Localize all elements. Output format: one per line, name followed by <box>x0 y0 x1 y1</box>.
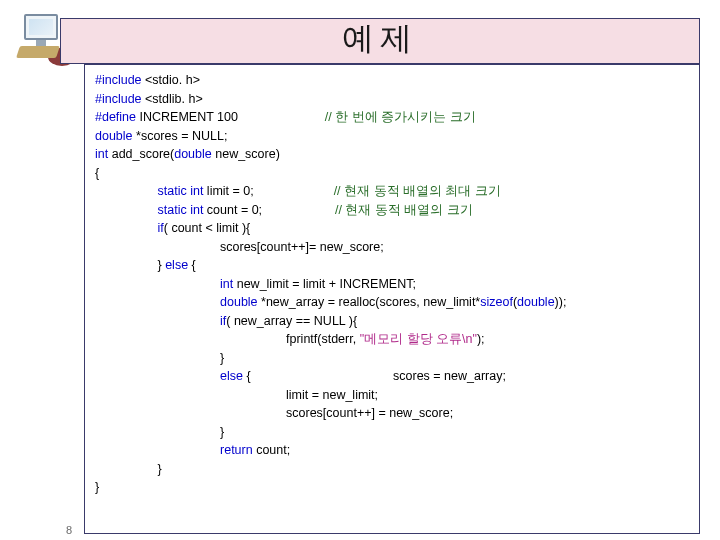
code-keyword: #define <box>95 110 136 124</box>
code-keyword: double <box>220 295 258 309</box>
code-text: scores[count++]= new_score; <box>220 240 384 254</box>
code-keyword: sizeof <box>480 295 513 309</box>
code-text: { <box>95 166 99 180</box>
code-comment: // 한 번에 증가시키는 크기 <box>325 110 476 124</box>
code-text: add_score( <box>108 147 174 161</box>
code-text: } <box>158 462 162 476</box>
monitor-icon <box>24 14 58 40</box>
code-text: } <box>95 480 99 494</box>
code-keyword: double <box>95 129 133 143</box>
code-comment: // 현재 동적 배열의 크기 <box>335 203 473 217</box>
code-keyword: #include <box>95 92 142 106</box>
code-block: #include <stdio. h> #include <stdlib. h>… <box>95 71 689 497</box>
code-keyword: static int <box>158 203 204 217</box>
code-text: count; <box>253 443 291 457</box>
code-text: } <box>220 351 224 365</box>
code-comment: // 현재 동적 배열의 최대 크기 <box>334 184 501 198</box>
code-text: *scores = NULL; <box>133 129 228 143</box>
code-keyword: else <box>220 369 243 383</box>
page-number: 8 <box>66 524 72 536</box>
screen-icon <box>29 19 53 35</box>
title-band: 예제 <box>60 18 700 64</box>
code-keyword: return <box>220 443 253 457</box>
code-text: )); <box>555 295 567 309</box>
code-text: { <box>243 369 251 383</box>
code-keyword: else <box>165 258 188 272</box>
code-example-box: #include <stdio. h> #include <stdlib. h>… <box>84 64 700 534</box>
code-keyword: double <box>517 295 555 309</box>
code-text: scores = new_array; <box>393 369 506 383</box>
code-text: *new_array = realloc(scores, new_limit* <box>258 295 481 309</box>
page-title: 예제 <box>342 17 418 61</box>
code-text: { <box>188 258 196 272</box>
code-text: limit = 0; <box>203 184 253 198</box>
keyboard-icon <box>16 46 60 58</box>
code-text: new_score) <box>212 147 280 161</box>
code-keyword: int <box>95 147 108 161</box>
code-text: fprintf(stderr, <box>286 332 360 346</box>
code-text: <stdlib. h> <box>142 92 203 106</box>
code-keyword: double <box>174 147 212 161</box>
code-text: ( count < limit ){ <box>164 221 251 235</box>
code-text: ( new_array == NULL ){ <box>226 314 357 328</box>
code-text: scores[count++] = new_score; <box>286 406 453 420</box>
code-text: INCREMENT 100 <box>136 110 238 124</box>
code-text: <stdio. h> <box>142 73 200 87</box>
code-keyword: static int <box>158 184 204 198</box>
code-keyword: int <box>220 277 233 291</box>
code-text: count = 0; <box>203 203 262 217</box>
code-string: "메모리 할당 오류\n" <box>360 332 477 346</box>
code-text: ); <box>477 332 485 346</box>
code-text: new_limit = limit + INCREMENT; <box>233 277 416 291</box>
code-text: limit = new_limit; <box>286 388 378 402</box>
code-text: } <box>220 425 224 439</box>
code-keyword: #include <box>95 73 142 87</box>
